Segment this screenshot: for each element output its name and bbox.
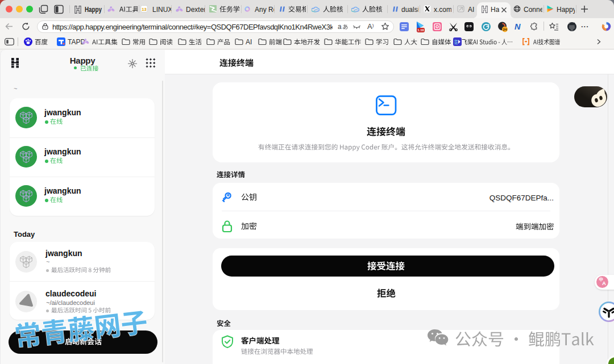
svg-text:24: 24 <box>503 27 507 31</box>
svg-text:13: 13 <box>142 7 146 12</box>
svg-text:1.10: 1.10 <box>417 28 424 32</box>
